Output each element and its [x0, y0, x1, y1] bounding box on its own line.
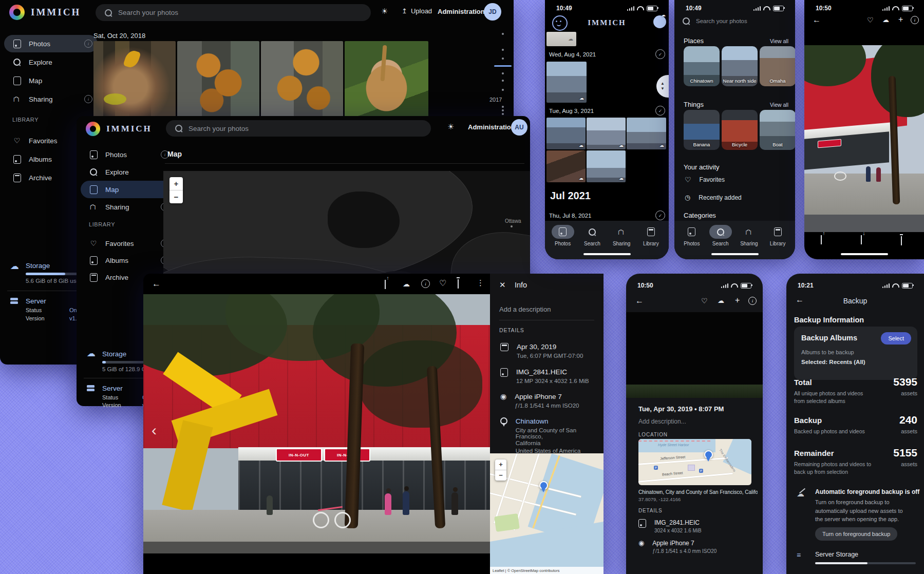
add-icon[interactable]: + — [735, 296, 740, 305]
home-indicator[interactable] — [583, 253, 631, 255]
kebab-menu-icon[interactable]: ⋮ — [477, 278, 484, 288]
detail-file-secondary: 3024 x 4032 1.6 MiB — [654, 528, 702, 533]
zoom-in-button[interactable]: + — [495, 460, 506, 470]
nav-item-library[interactable]: Library — [763, 225, 792, 259]
archive-icon[interactable] — [861, 235, 862, 244]
favorite-heart-icon[interactable]: ♡ — [867, 16, 874, 24]
add-icon[interactable]: + — [898, 15, 903, 24]
photo-thumbnail-loading[interactable]: ☁ — [546, 32, 576, 46]
sidebar-item-photos[interactable]: Photos i — [81, 146, 174, 163]
sidebar-item-photos[interactable]: Photos i — [4, 35, 98, 52]
thing-card[interactable]: Bicycle — [722, 110, 758, 150]
cloud-check-icon[interactable]: ☁ — [718, 297, 724, 304]
nav-item-library[interactable]: Library — [636, 225, 666, 259]
select-group-icon[interactable]: ✓ — [655, 211, 665, 220]
info-icon[interactable]: i — [911, 16, 919, 24]
back-arrow-icon[interactable]: ← — [813, 15, 821, 25]
zoom-in-button[interactable]: + — [169, 177, 183, 190]
user-avatar[interactable]: AU — [511, 119, 527, 136]
search-input[interactable]: Search your photos — [166, 120, 431, 137]
timeline-scroll-thumb[interactable]: ▲▼ — [656, 75, 669, 98]
asset-photo-in-n-out-mobile[interactable] — [804, 45, 924, 232]
favorite-heart-icon[interactable]: ♡ — [439, 278, 446, 288]
photo-thumbnail-mushroom-1[interactable] — [93, 41, 176, 117]
asset-photo-dark[interactable] — [626, 312, 763, 398]
place-card[interactable]: Omaha — [760, 46, 795, 86]
nav-item-photos[interactable]: Photos — [548, 225, 577, 259]
search-input[interactable]: Search your photos — [96, 4, 371, 21]
share-icon[interactable] — [385, 280, 386, 289]
detail-date: Apr 30, 2019 — [517, 343, 583, 351]
cloud-upload-icon[interactable]: ☁ — [882, 16, 889, 24]
previous-asset-chevron[interactable]: ‹ — [152, 422, 157, 439]
activity-favorites-row[interactable]: ♡ Favorites — [685, 176, 725, 184]
photo-thumbnail-city[interactable]: ☁ — [546, 62, 587, 103]
description-input[interactable]: Add description... — [638, 418, 686, 425]
person — [866, 166, 871, 182]
upload-button[interactable]: ↥ Upload — [402, 7, 432, 15]
photo-thumbnail[interactable]: ☁ — [587, 150, 626, 182]
sidebar-item-explore[interactable]: Explore — [81, 163, 174, 181]
cloud-icon[interactable]: ☁ — [403, 280, 410, 288]
turn-on-foreground-backup-button[interactable]: Turn on foreground backup — [815, 527, 897, 541]
map-attribution[interactable]: Leaflet | © OpenStreetMap contributors — [493, 568, 559, 573]
back-arrow-icon[interactable]: ← — [635, 296, 644, 305]
home-indicator[interactable] — [841, 253, 888, 255]
thing-card[interactable]: Banana — [684, 110, 720, 150]
map-zoom-control[interactable]: + − — [169, 177, 183, 203]
select-button[interactable]: Select — [881, 332, 911, 345]
theme-toggle-sun-icon[interactable]: ☀ — [381, 7, 388, 16]
photo-thumbnail[interactable]: ☁ — [587, 118, 626, 149]
administration-link[interactable]: Administration — [468, 123, 515, 131]
thing-card[interactable]: Boat — [760, 110, 795, 150]
things-view-all-link[interactable]: View all — [770, 102, 788, 108]
location-map[interactable]: Hyde Street Harbor Jefferson Street Beac… — [638, 439, 751, 485]
select-group-icon[interactable]: ✓ — [655, 106, 665, 116]
sidebar-item-sharing[interactable]: ⛫ Sharing i — [4, 90, 98, 108]
trash-icon[interactable] — [458, 279, 459, 289]
info-icon[interactable]: i — [421, 279, 430, 288]
detail-location[interactable]: Chinatown — [516, 417, 604, 425]
sidebar-item-map[interactable]: Map — [81, 181, 174, 198]
administration-link[interactable]: Administration — [438, 8, 485, 15]
photo-thumbnail-mushroom-3[interactable] — [261, 41, 343, 117]
activity-recent-row[interactable]: ◷ Recently added — [685, 194, 742, 201]
asset-photo-in-n-out[interactable]: IN-N-OUT IN-N-OUT — [143, 294, 490, 553]
favorite-heart-icon[interactable]: ♡ — [701, 297, 708, 305]
location-map[interactable]: + − Leaflet | © OpenStreetMap contributo… — [490, 453, 604, 574]
back-arrow-icon[interactable]: ← — [152, 279, 161, 289]
share-icon[interactable] — [821, 235, 822, 244]
map-zoom-control[interactable]: + − — [495, 460, 506, 481]
place-card[interactable]: Near north side — [722, 46, 758, 86]
info-icon[interactable]: i — [748, 297, 757, 305]
place-card[interactable]: Chinatown — [684, 46, 720, 86]
sidebar-item-sharing[interactable]: ⛫ Sharing i — [81, 198, 174, 216]
photo-thumbnail[interactable]: ☁ — [627, 118, 666, 149]
trash-icon[interactable] — [901, 236, 902, 245]
select-group-icon[interactable]: ✓ — [655, 49, 665, 59]
description-input[interactable]: Add a description — [499, 305, 551, 313]
photo-thumbnail-mushroom-basket[interactable] — [345, 41, 428, 117]
zoom-out-button[interactable]: − — [495, 470, 506, 481]
app-logo[interactable]: IMMICH — [9, 5, 81, 20]
app-logo[interactable]: IMMICH — [86, 122, 152, 136]
sidebar-item-map[interactable]: Map — [4, 72, 98, 89]
theme-toggle-sun-icon[interactable]: ☀ — [447, 122, 454, 131]
nav-item-photos[interactable]: Photos — [677, 225, 706, 259]
search-icon — [175, 125, 182, 132]
sidebar-item-albums[interactable]: Albums i — [81, 252, 174, 269]
places-view-all-link[interactable]: View all — [770, 38, 788, 44]
sidebar-item-favorites[interactable]: ♡ Favorites i — [81, 235, 174, 252]
home-indicator[interactable] — [711, 253, 759, 255]
photo-thumbnail-mushroom-2[interactable] — [177, 41, 259, 117]
sidebar-item-explore[interactable]: Explore — [4, 53, 98, 71]
close-icon[interactable]: ✕ — [499, 280, 506, 290]
month-header: Jul 2021 — [550, 190, 591, 202]
photo-thumbnail[interactable]: ☁ — [546, 150, 586, 182]
detail-camera-secondary: ƒ/1.8 1/541 s 4.0 mm ISO20 — [652, 548, 716, 554]
photo-thumbnail[interactable]: ☁ — [546, 118, 586, 149]
zoom-out-button[interactable]: − — [169, 190, 183, 203]
foreground-backup-title: Automatic foreground backup is off — [815, 488, 920, 495]
search-input[interactable]: Search your photos — [683, 17, 747, 25]
user-avatar[interactable]: JD — [484, 3, 501, 21]
